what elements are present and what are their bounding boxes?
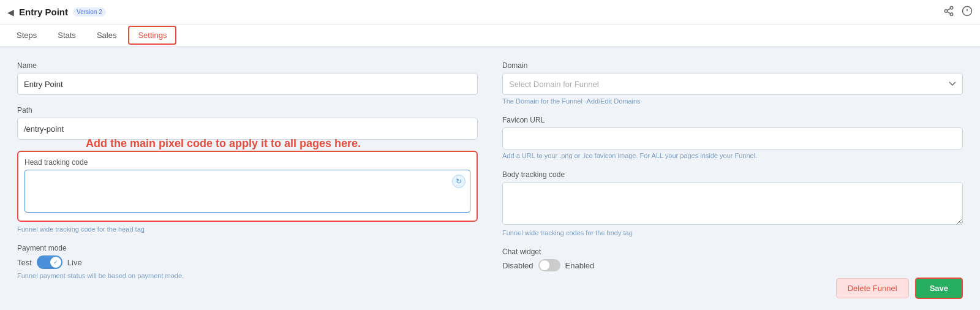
name-section: Name bbox=[17, 61, 478, 95]
path-label: Path bbox=[17, 106, 478, 115]
delete-funnel-button[interactable]: Delete Funnel bbox=[836, 278, 909, 298]
head-tracking-wrapper: ↻ bbox=[24, 170, 470, 214]
back-icon[interactable]: ◀ bbox=[7, 7, 14, 17]
favicon-input[interactable] bbox=[502, 127, 963, 149]
body-tracking-input[interactable] bbox=[502, 182, 963, 225]
path-input[interactable] bbox=[17, 118, 478, 140]
info-icon[interactable] bbox=[962, 6, 973, 19]
payment-helper: Funnel payment status will be based on p… bbox=[17, 272, 478, 279]
body-tracking-label: Body tracking code bbox=[502, 170, 963, 179]
toggle-check-icon: ✓ bbox=[53, 259, 58, 265]
body-tracking-section: Body tracking code Funnel wide tracking … bbox=[502, 170, 963, 236]
head-tracking-label: Head tracking code bbox=[24, 158, 470, 167]
body-tracking-helper: Funnel wide tracking codes for the body … bbox=[502, 229, 963, 236]
tab-settings[interactable]: Settings bbox=[128, 26, 176, 45]
chat-widget-section: Chat widget Disabled Enabled bbox=[502, 248, 963, 271]
version-badge: Version 2 bbox=[73, 7, 106, 17]
live-label: Live bbox=[67, 258, 82, 267]
refresh-icon-btn[interactable]: ↻ bbox=[452, 175, 466, 188]
tab-stats[interactable]: Stats bbox=[48, 26, 85, 44]
tab-sales[interactable]: Sales bbox=[88, 26, 126, 44]
save-button[interactable]: Save bbox=[915, 278, 963, 299]
app-title: Entry Point bbox=[19, 7, 68, 17]
payment-mode-row: Test ✓ Live bbox=[17, 255, 478, 269]
right-column: Domain Select Domain for Funnel The Doma… bbox=[502, 61, 963, 290]
payment-mode-section: Payment mode Test ✓ Live Funnel payment … bbox=[17, 244, 478, 279]
payment-toggle[interactable]: ✓ bbox=[37, 255, 62, 269]
domain-label: Domain bbox=[502, 61, 963, 70]
svg-point-2 bbox=[950, 13, 953, 16]
share-icon[interactable] bbox=[943, 6, 954, 19]
chat-widget-label: Chat widget bbox=[502, 248, 963, 256]
head-tracking-input[interactable] bbox=[24, 170, 470, 213]
name-label: Name bbox=[17, 61, 478, 70]
chat-widget-row: Disabled Enabled bbox=[502, 259, 963, 271]
favicon-helper: Add a URL to your .png or .ico favicon i… bbox=[502, 152, 963, 159]
path-section: Path bbox=[17, 106, 478, 140]
top-bar: ◀ Entry Point Version 2 bbox=[0, 0, 980, 25]
content-area: Add the main pixel code to apply it to a… bbox=[0, 47, 980, 310]
domain-section: Domain Select Domain for Funnel The Doma… bbox=[502, 61, 963, 105]
tab-steps[interactable]: Steps bbox=[7, 26, 46, 44]
bottom-actions: Delete Funnel Save bbox=[836, 278, 963, 299]
head-tracking-section: Head tracking code ↻ Funnel wide trackin… bbox=[17, 151, 478, 233]
domain-select[interactable]: Select Domain for Funnel bbox=[502, 73, 963, 95]
chat-disabled-label: Disabled bbox=[502, 261, 533, 270]
head-tracking-helper: Funnel wide tracking code for the head t… bbox=[17, 225, 478, 233]
test-label: Test bbox=[17, 258, 32, 267]
favicon-label: Favicon URL bbox=[502, 116, 963, 124]
favicon-section: Favicon URL Add a URL to your .png or .i… bbox=[502, 116, 963, 159]
toggle-knob: ✓ bbox=[50, 257, 61, 268]
chat-knob bbox=[540, 260, 549, 270]
domain-helper: The Domain for the Funnel -Add/Edit Doma… bbox=[502, 97, 963, 105]
left-column: Name Path Head tracking code ↻ Funnel wi… bbox=[17, 61, 478, 290]
form-grid: Name Path Head tracking code ↻ Funnel wi… bbox=[17, 61, 963, 290]
top-right bbox=[943, 6, 973, 19]
svg-point-0 bbox=[950, 6, 953, 9]
svg-point-1 bbox=[944, 9, 948, 12]
nav-tabs: Steps Stats Sales Settings bbox=[0, 25, 980, 47]
svg-line-4 bbox=[947, 8, 950, 10]
payment-mode-label: Payment mode bbox=[17, 244, 478, 252]
name-input[interactable] bbox=[17, 73, 478, 95]
svg-line-3 bbox=[947, 12, 950, 13]
top-left: ◀ Entry Point Version 2 bbox=[7, 7, 106, 17]
chat-toggle[interactable] bbox=[538, 259, 560, 271]
chat-enabled-label: Enabled bbox=[565, 261, 595, 270]
head-tracking-box: Head tracking code ↻ bbox=[17, 151, 478, 222]
